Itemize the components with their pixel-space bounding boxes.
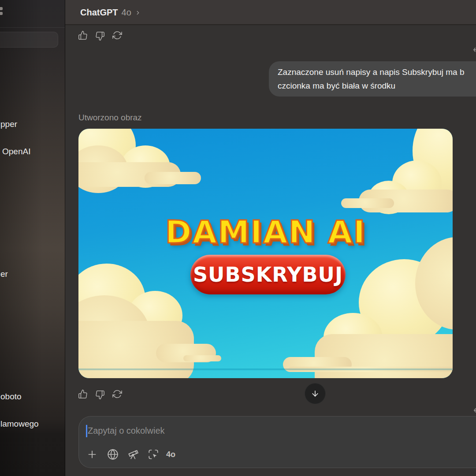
model-name: 4o xyxy=(122,7,131,18)
search-web-button[interactable] xyxy=(107,448,119,461)
thumbs-up-icon xyxy=(78,389,88,399)
image-title-text: DAMIAN AI xyxy=(78,213,453,250)
sidebar-partial-icon xyxy=(0,7,3,15)
screen-cursor-button[interactable] xyxy=(148,448,160,461)
clipped-edge-icon xyxy=(472,45,476,53)
user-message-bubble: Zaznaczone usuń napisy a napis Subskrybu… xyxy=(269,61,476,97)
text-caret xyxy=(86,425,87,437)
generated-image[interactable]: DAMIAN AI SUBSKRYBUJ xyxy=(78,129,453,378)
plus-icon xyxy=(86,449,98,460)
scroll-to-bottom-button[interactable] xyxy=(305,383,326,404)
sidebar-chat-item[interactable]: er xyxy=(0,269,8,279)
sidebar-chat-item[interactable]: lamowego xyxy=(0,419,39,429)
conversation-header: ChatGPT 4o xyxy=(0,0,476,25)
sidebar-chat-item[interactable]: oboto xyxy=(0,392,22,402)
telescope-icon xyxy=(127,449,139,460)
clipped-edge-icon xyxy=(473,406,476,414)
user-message-line: czcionka ma być biała w środku xyxy=(278,79,476,93)
scroll-down-icon xyxy=(311,389,320,398)
thumbs-down-icon xyxy=(95,390,105,400)
image-subscribe-button: SUBSKRYBUJ xyxy=(190,255,346,294)
globe-icon xyxy=(107,449,119,460)
chat-area: Zaznaczone usuń napisy a napis Subskrybu… xyxy=(65,26,476,476)
deep-research-button[interactable] xyxy=(127,448,140,461)
sidebar-divider xyxy=(0,27,65,28)
chevron-right-icon xyxy=(135,10,141,16)
composer-input[interactable]: Zapytaj o cokolwiek xyxy=(88,426,165,436)
thumbs-down-button[interactable] xyxy=(95,390,106,400)
image-status-text: Utworzono obraz xyxy=(78,113,142,123)
sidebar-item-highlight[interactable] xyxy=(0,32,58,48)
regenerate-button[interactable] xyxy=(112,389,123,399)
refresh-icon xyxy=(112,389,122,399)
thumbs-down-button[interactable] xyxy=(95,31,106,41)
regenerate-button[interactable] xyxy=(112,30,123,41)
sidebar-chat-item[interactable]: OpenAI xyxy=(2,147,30,156)
image-subscribe-label: SUBSKRYBUJ xyxy=(193,263,343,286)
attach-button[interactable] xyxy=(86,448,99,461)
app-title: ChatGPT xyxy=(80,7,118,18)
thumbs-down-icon xyxy=(95,31,105,41)
image-horizon-line xyxy=(78,368,453,370)
thumbs-up-icon xyxy=(78,30,88,40)
thumbs-up-button[interactable] xyxy=(78,389,89,399)
screen-cursor-icon xyxy=(148,449,159,460)
composer-model-label[interactable]: 4o xyxy=(166,450,175,459)
chatgpt-app: ChatGPT 4o pper OpenAI er oboto lamowego xyxy=(0,0,476,476)
thumbs-up-button[interactable] xyxy=(78,30,89,41)
refresh-icon xyxy=(112,30,122,40)
composer[interactable]: Zapytaj o cokolwiek 4o xyxy=(78,416,476,468)
model-switcher[interactable]: ChatGPT 4o xyxy=(80,0,141,25)
user-message-line: Zaznaczone usuń napisy a napis Subskrybu… xyxy=(278,65,476,79)
sidebar-chat-item[interactable]: pper xyxy=(0,119,17,129)
sidebar: pper OpenAI er oboto lamowego xyxy=(0,0,65,476)
